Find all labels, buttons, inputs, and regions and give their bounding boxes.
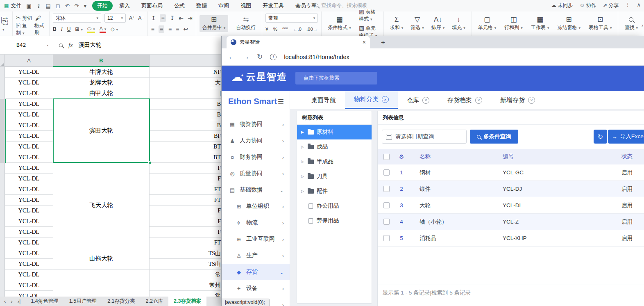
fx-icon[interactable]: fx	[68, 42, 73, 49]
sidebar-item-人力协同[interactable]: ♟人力协同›	[222, 132, 290, 149]
clear-format-button[interactable]: ◇▾	[111, 26, 118, 32]
sidebar-item-生产[interactable]: ♙生产›	[222, 247, 290, 264]
行和列-button[interactable]: ◫行和列▾	[501, 15, 526, 32]
sidebar-item-质量协同[interactable]: ◎质量协同›	[222, 165, 290, 182]
reload-icon[interactable]: ↻	[257, 53, 263, 61]
分享-button[interactable]: ⇗分享	[603, 2, 619, 9]
column-header-c[interactable]	[150, 55, 221, 67]
conditional-format-button[interactable]: ▦ 条件格式▾	[325, 15, 354, 32]
column-header-name[interactable]: 名称	[420, 153, 431, 160]
expand-arrow-icon[interactable]: ▷	[300, 160, 305, 164]
decrease-font-icon[interactable]: A⁻	[138, 15, 144, 21]
expand-arrow-icon[interactable]: ▶	[300, 130, 305, 134]
row-checkbox[interactable]	[383, 219, 390, 225]
close-workspace-tab-icon[interactable]: ×	[382, 96, 389, 103]
table-row-大轮[interactable]: 3大轮YCL-DL启用	[378, 197, 644, 214]
sheet-tab-2.3存货档案[interactable]: 2.3存货档案	[168, 297, 206, 306]
hamburger-icon[interactable]: ☰	[278, 98, 284, 106]
save-icon[interactable]: ▣	[26, 3, 31, 9]
sidebar-item-财务协同[interactable]: ¤财务协同›	[222, 149, 290, 165]
cell-a16[interactable]: YCL-DL	[5, 227, 53, 237]
未同步-button[interactable]: ☁未同步	[551, 2, 573, 9]
align-middle-icon[interactable]: ≡	[160, 14, 166, 22]
select-all-checkbox[interactable]	[383, 154, 390, 160]
单元格-button[interactable]: ▢单元格▾	[475, 15, 499, 32]
close-tab-icon[interactable]: ×	[363, 39, 366, 46]
header-search-box[interactable]: 点击下拉框搜索	[295, 72, 377, 84]
align-center-icon[interactable]: ≡	[159, 25, 164, 33]
cell-a15[interactable]: YCL-DL	[5, 216, 53, 227]
number-format-icon-3[interactable]: ←.0	[293, 27, 302, 32]
workspace-tab-新增存货[interactable]: 新增存货×	[491, 91, 544, 109]
wrap-text-button[interactable]: ⇋ 自动换行	[233, 15, 259, 32]
output-icon[interactable]: ⇪	[36, 3, 41, 9]
format-painter-button[interactable]: 格式刷	[34, 22, 46, 36]
increase-indent-icon[interactable]: ⇥	[188, 15, 193, 21]
column-settings-gear-icon[interactable]: ⚙	[398, 153, 405, 160]
排序-button[interactable]: A↓排序▾	[429, 15, 448, 32]
sheet-tab-1.4角色管理[interactable]: 1.4角色管理	[25, 297, 63, 306]
ribbon-tab-视图[interactable]: 视图	[236, 1, 256, 11]
cell-a21[interactable]: YCL-DL	[5, 280, 53, 291]
new-tab-button[interactable]: +	[378, 38, 388, 48]
sidebar-item-物资协同[interactable]: ▦物资协同›	[222, 116, 290, 132]
decrease-indent-icon[interactable]: ⇤	[179, 15, 184, 21]
number-format-icon-1[interactable]: %	[273, 27, 277, 32]
multi-condition-query-button[interactable]: 多条件查询	[470, 130, 518, 144]
ribbon-tab-开发工具[interactable]: 开发工具	[258, 1, 289, 11]
date-filter-input[interactable]: 请选择日期查询	[382, 130, 467, 144]
column-header-code[interactable]: 编号	[503, 153, 514, 160]
cell-a7[interactable]: YCL-DL	[5, 131, 53, 142]
row-checkbox[interactable]	[383, 169, 390, 176]
row-header-strip[interactable]	[0, 55, 5, 297]
cell-a10[interactable]: YCL-DL	[5, 163, 53, 174]
cell-a14[interactable]: YCL-DL	[5, 206, 53, 216]
sheet-tab-2.2仓库[interactable]: 2.2仓库	[141, 297, 168, 306]
file-menu[interactable]: ▦ 文件	[0, 2, 26, 9]
cell-a3[interactable]: YCL-DL	[5, 88, 53, 99]
筛选-button[interactable]: ▽筛选▾	[408, 15, 427, 32]
sidebar-item-物流[interactable]: ✈物流›	[222, 215, 290, 231]
preview-icon[interactable]: ◻	[56, 3, 60, 9]
paste-icon[interactable]: ⎘	[1, 16, 9, 26]
cell-b-merged[interactable]: 由甲大轮	[53, 88, 150, 99]
sidebar-item-单位组织[interactable]: ⊞单位组织›	[222, 198, 290, 215]
ribbon-tab-数据[interactable]: 数据	[191, 1, 212, 11]
workspace-tab-物料分类[interactable]: 物料分类×	[345, 91, 398, 109]
name-box[interactable]: B42▾	[0, 36, 53, 54]
tree-item-成品[interactable]: ▷成品	[297, 139, 372, 154]
cell-a1[interactable]: YCL-DL	[5, 67, 53, 78]
row-checkbox[interactable]	[383, 235, 390, 241]
bold-button[interactable]: B	[53, 26, 57, 32]
table-row-消耗品[interactable]: 5消耗品YCL-XHP启用	[378, 230, 644, 247]
table-style-button[interactable]: ▨ 表格样式▾	[359, 8, 380, 23]
sheet-tab-2.1存货分类[interactable]: 2.1存货分类	[102, 297, 140, 306]
close-workspace-tab-icon[interactable]: ×	[422, 97, 429, 104]
justify-icon[interactable]: ≡	[176, 26, 179, 32]
italic-button[interactable]: I	[61, 26, 63, 32]
求和-button[interactable]: Σ求和▾	[387, 15, 406, 32]
number-format-icon-2[interactable]: ⁰⁰⁰	[282, 26, 288, 32]
refresh-button[interactable]: ↻	[594, 130, 607, 144]
填充-button[interactable]: ↓填充▾	[449, 15, 468, 32]
row-checkbox[interactable]	[383, 186, 390, 192]
borders-button[interactable]: ⊞▾	[75, 26, 83, 32]
find-button[interactable]: 查找▾	[621, 15, 641, 32]
next-sheet-icon[interactable]: ›	[11, 298, 12, 304]
cell-a18[interactable]: YCL-DL	[5, 248, 53, 259]
workspace-tab-桌面导航[interactable]: 桌面导航	[302, 91, 345, 109]
tree-item-劳保用品[interactable]: 劳保用品	[297, 213, 372, 228]
distributed-icon[interactable]: ↩	[183, 26, 188, 32]
cell-b-merged[interactable]: 山拖大轮	[53, 248, 150, 269]
sidebar-item-工业互联网[interactable]: ⊕工业互联网›	[222, 231, 290, 247]
协作-button[interactable]: ☺协作	[580, 2, 596, 9]
forward-icon[interactable]: →	[243, 53, 249, 61]
fill-color-button[interactable]: ⬭▾	[87, 26, 95, 33]
undo-icon[interactable]: ↶	[65, 3, 70, 9]
cell-b-merged[interactable]	[53, 269, 150, 297]
ribbon-tab-审阅[interactable]: 审阅	[213, 1, 234, 11]
sidebar-item-存货[interactable]: ◆存货⌄	[222, 264, 290, 280]
tree-item-配件[interactable]: ▷配件	[297, 184, 372, 199]
fill-handle[interactable]	[148, 161, 151, 164]
工作表-button[interactable]: ▦工作表▾	[528, 15, 552, 32]
